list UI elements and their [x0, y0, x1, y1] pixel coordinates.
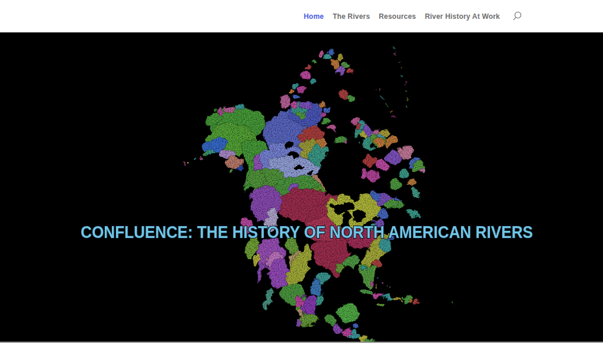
- nav-link-resources[interactable]: Resources: [379, 12, 416, 21]
- nav-link-river-history-at-work[interactable]: River History At Work: [425, 12, 500, 21]
- top-nav-bar: Home The Rivers Resources River History …: [0, 0, 603, 32]
- nav-link-the-rivers[interactable]: The Rivers: [333, 12, 370, 21]
- river-basins-map: CONFLUENCE: THE HISTORY OF NORTH AMERICA…: [0, 32, 603, 342]
- nav-link-home[interactable]: Home: [304, 12, 324, 21]
- search-icon[interactable]: [511, 11, 523, 22]
- hero-title: CONFLUENCE: THE HISTORY OF NORTH AMERICA…: [81, 223, 533, 241]
- hero-section: CONFLUENCE: THE HISTORY OF NORTH AMERICA…: [0, 32, 603, 342]
- primary-nav: Home The Rivers Resources River History …: [304, 0, 523, 32]
- below-hero-section: [0, 342, 603, 364]
